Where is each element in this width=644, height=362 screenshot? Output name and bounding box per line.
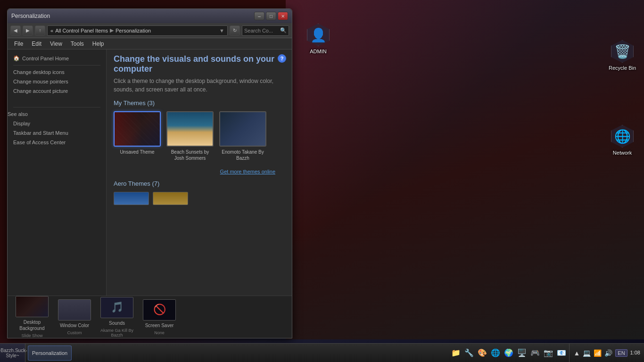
taskbar-items: Personalization — [25, 344, 448, 362]
taskbar-icon-mail[interactable]: 📧 — [556, 347, 567, 359]
bottom-bar: Desktop Background Slide Show Window Col… — [8, 296, 292, 338]
tray-clock[interactable]: 1:08 — [630, 349, 640, 356]
taskbar-tray: ▲ 💻 📶 🔊 EN 1:08 — [569, 344, 644, 362]
see-also-display-label: Display — [13, 121, 30, 126]
taskbar-icon-browser2[interactable]: 🌍 — [503, 347, 514, 359]
up-button[interactable]: ↑ — [35, 25, 45, 36]
start-button[interactable]: ~Bazzh.Suck-Style~ — [0, 344, 25, 362]
screen-saver-sublabel: None — [154, 330, 165, 335]
bottom-screen-saver[interactable]: 🚫 Screen Saver None — [140, 299, 178, 335]
screen-saver-thumb: 🚫 — [143, 299, 176, 321]
help-icon[interactable]: ? — [278, 54, 286, 63]
refresh-button[interactable]: ↻ — [230, 25, 240, 36]
minimize-button[interactable]: – — [254, 12, 264, 20]
desktop-icon-recycle-bin[interactable]: 🗑️ Recycle Bin — [606, 40, 639, 71]
forward-button[interactable]: ▶ — [23, 25, 33, 36]
tray-language[interactable]: EN — [615, 349, 627, 357]
menu-file[interactable]: File — [10, 40, 27, 48]
taskbar-icon-group: 📁 🔧 🎨 🌐 🌍 🖥️ 🎮 📷 📧 — [448, 347, 569, 359]
back-button[interactable]: ◀ — [10, 25, 21, 36]
taskbar-window-label: Personalization — [32, 350, 67, 356]
sidebar-change-desktop-icons[interactable]: Change desktop icons — [8, 67, 106, 77]
see-also-display[interactable]: Display — [8, 119, 106, 128]
bottom-desktop-background[interactable]: Desktop Background Slide Show — [13, 296, 51, 338]
theme-thumb-unsaved — [114, 111, 161, 147]
sidebar: 🏠 Control Panel Home Change desktop icon… — [8, 49, 107, 296]
sidebar-change-mouse-pointers[interactable]: Change mouse pointers — [8, 77, 106, 86]
maximize-button[interactable]: □ — [266, 12, 276, 20]
tray-arrow[interactable]: ▲ — [573, 349, 580, 357]
theme-item-beach[interactable]: Beach Sunsets by Josh Sommers — [166, 111, 214, 161]
see-also-section: See also Display Taskbar and Start Menu … — [8, 111, 106, 147]
see-also-title: See also — [8, 111, 106, 117]
see-also-taskbar[interactable]: Taskbar and Start Menu — [8, 128, 106, 138]
close-button[interactable]: ✕ — [278, 12, 288, 20]
theme-item-enomoto[interactable]: Enomoto Takane By Bazzh — [219, 111, 266, 161]
desktop-bg-sublabel: Slide Show — [21, 333, 42, 338]
sounds-sublabel: Akame Ga Kill By Bazzh — [98, 328, 136, 337]
my-themes-header: My Themes (3) — [114, 99, 285, 107]
menu-help[interactable]: Help — [89, 40, 108, 48]
sidebar-item-label-1: Change mouse pointers — [13, 79, 68, 84]
tray-computer[interactable]: 💻 — [583, 349, 591, 357]
taskbar: ~Bazzh.Suck-Style~ Personalization 📁 🔧 🎨… — [0, 343, 644, 362]
taskbar-icon-monitor[interactable]: 🖥️ — [516, 347, 528, 359]
desktop-bg-label: Desktop Background — [13, 319, 51, 331]
thumb-beach-inner — [167, 112, 213, 146]
tray-volume[interactable]: 🔊 — [604, 349, 612, 357]
get-more-themes-link[interactable]: Get more themes online — [114, 169, 285, 174]
taskbar-item-personalization[interactable]: Personalization — [28, 346, 72, 361]
see-also-ease-access-label: Ease of Access Center — [13, 140, 66, 145]
recycle-bin-icon: 🗑️ — [611, 40, 634, 63]
sidebar-divider-2 — [13, 107, 100, 107]
desktop-bg-thumb — [16, 296, 49, 317]
see-also-taskbar-label: Taskbar and Start Menu — [13, 130, 68, 136]
start-label: ~Bazzh.Suck-Style~ — [0, 348, 27, 358]
desktop-icon-network[interactable]: 🌐 Network — [606, 125, 639, 156]
menu-view[interactable]: View — [46, 40, 66, 48]
themes-grid: Unsaved Theme Beach Sunsets by Josh Somm… — [114, 111, 285, 161]
bottom-window-color[interactable]: Window Color Custom — [56, 299, 93, 335]
sidebar-change-account-picture[interactable]: Change account picture — [8, 86, 106, 96]
taskbar-icon-photoshop[interactable]: 🎨 — [477, 347, 488, 359]
admin-icon-label: ADMIN — [310, 48, 326, 55]
taskbar-icon-games[interactable]: 🎮 — [529, 347, 541, 359]
taskbar-icon-camera[interactable]: 📷 — [543, 347, 554, 359]
aero-themes-header: Aero Themes (7) — [114, 180, 285, 187]
sidebar-control-panel-home[interactable]: 🏠 Control Panel Home — [8, 53, 106, 63]
taskbar-icon-tools[interactable]: 🔧 — [463, 347, 475, 359]
aero-mini-gold[interactable] — [153, 192, 188, 205]
desktop-icon-admin[interactable]: 👤 ADMIN — [302, 24, 335, 55]
search-box[interactable]: Search Co... 🔍 — [242, 25, 289, 36]
search-placeholder: Search Co... — [244, 28, 273, 33]
thumb-unsaved-inner — [115, 112, 160, 146]
panel-description: Click a theme to change the desktop back… — [114, 77, 285, 94]
window-color-sublabel: Custom — [67, 330, 82, 335]
taskbar-icon-chrome[interactable]: 🌐 — [490, 347, 501, 359]
theme-thumb-enomoto — [219, 111, 266, 147]
address-bar: ◀ ▶ ↑ « All Control Panel Items ▶ Person… — [8, 23, 292, 38]
bottom-sounds[interactable]: 🎵 Sounds Akame Ga Kill By Bazzh — [98, 297, 136, 337]
see-also-ease-access[interactable]: Ease of Access Center — [8, 138, 106, 147]
main-panel: ? Change the visuals and sounds on your … — [107, 49, 292, 296]
tray-time: 1:08 — [630, 349, 640, 356]
path-separator: ▶ — [110, 27, 114, 33]
search-icon: 🔍 — [280, 27, 287, 33]
menu-bar: File Edit View Tools Help — [8, 38, 292, 49]
taskbar-icon-folder[interactable]: 📁 — [450, 347, 462, 359]
theme-item-unsaved[interactable]: Unsaved Theme — [114, 111, 161, 161]
aero-mini-blue[interactable] — [114, 192, 149, 205]
thumb-enomoto-inner — [220, 112, 265, 146]
address-path[interactable]: « All Control Panel Items ▶ Personalizat… — [47, 25, 228, 36]
window-color-label: Window Color — [60, 322, 89, 329]
tray-network[interactable]: 📶 — [594, 349, 602, 357]
admin-icon: 👤 — [307, 24, 330, 46]
window-title: Personalization — [11, 13, 251, 19]
sidebar-item-label-2: Change account picture — [13, 88, 68, 94]
menu-tools[interactable]: Tools — [67, 40, 88, 48]
network-label: Network — [613, 149, 632, 156]
panel-title: Change the visuals and sounds on your co… — [114, 54, 285, 74]
menu-edit[interactable]: Edit — [28, 40, 45, 48]
path-dropdown[interactable]: ▼ — [219, 28, 224, 33]
sidebar-home-label: Control Panel Home — [22, 56, 69, 61]
